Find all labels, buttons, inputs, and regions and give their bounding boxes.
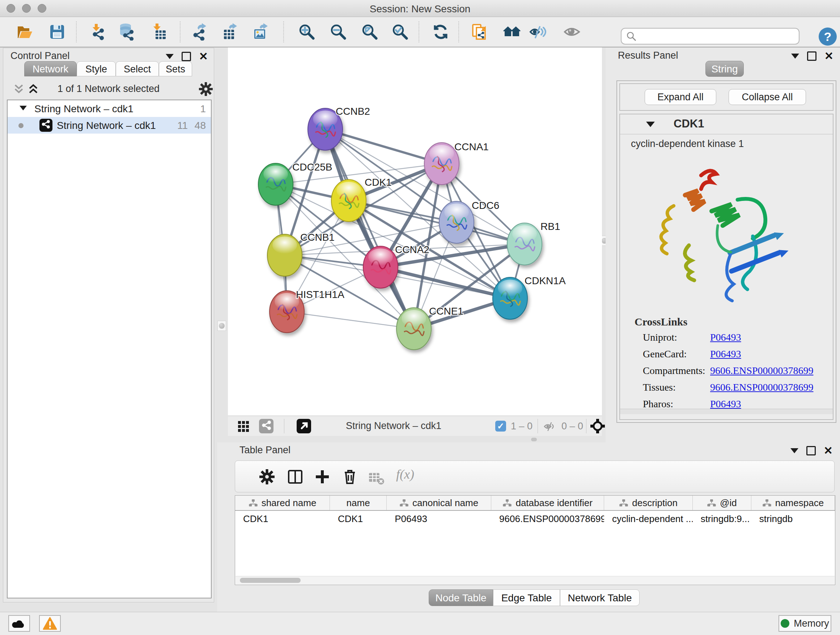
import-table-file-icon[interactable] <box>150 23 168 41</box>
memory-button[interactable]: Memory <box>778 615 831 632</box>
export-table-icon[interactable] <box>221 23 238 41</box>
column-header-canonical-name[interactable]: canonical name <box>387 496 491 510</box>
column-header-name[interactable]: name <box>330 496 387 510</box>
bottom-splitter-handle[interactable] <box>531 438 537 441</box>
table-cell[interactable]: stringdb <box>752 511 835 527</box>
tab-string[interactable]: String <box>706 61 744 77</box>
import-network-database-icon[interactable] <box>118 23 135 41</box>
table-row[interactable]: CDK1CDK1P064939606.ENSP00000378699cyclin… <box>235 511 835 527</box>
crosslink-link[interactable]: 9606.ENSP00000378699 <box>710 365 813 377</box>
network-column-icon <box>707 499 716 507</box>
network-row[interactable]: String Network – cdk1 11 48 <box>8 117 211 134</box>
tab-node-table[interactable]: Node Table <box>429 589 493 606</box>
clone-network-icon[interactable] <box>471 23 488 41</box>
collection-count: 1 <box>200 103 206 115</box>
crosslink-link[interactable]: P06493 <box>710 332 741 343</box>
cloud-status-button[interactable] <box>8 615 30 632</box>
horizontal-scrollbar[interactable] <box>235 576 835 584</box>
network-collection-row[interactable]: String Network – cdk1 1 <box>8 100 211 117</box>
column-header-namespace[interactable]: namespace <box>752 496 835 510</box>
panel-collapse-icon[interactable] <box>166 54 174 59</box>
network-edge[interactable] <box>287 312 414 329</box>
table-body: CDK1CDK1P064939606.ENSP00000378699cyclin… <box>235 511 835 527</box>
panel-float-icon[interactable] <box>806 446 816 455</box>
table-cell[interactable]: CDK1 <box>235 511 330 527</box>
network-node-rb1[interactable] <box>507 223 542 265</box>
network-node-cdkn1a[interactable] <box>493 277 527 319</box>
section-scroll-strip[interactable] <box>620 409 833 414</box>
node-table[interactable]: shared namenamecanonical namedatabase id… <box>235 495 835 585</box>
search-input[interactable] <box>637 30 790 42</box>
network-canvas[interactable]: CCNB2CCNA1CDC25BCDK1CDC6RB1CCNB1CCNA2CDK… <box>228 48 602 416</box>
zoom-out-icon[interactable] <box>330 23 347 41</box>
network-node-ccnb1[interactable] <box>267 234 302 276</box>
table-cell[interactable]: stringdb:9... <box>693 511 752 527</box>
hide-unhide-icon[interactable] <box>529 23 546 41</box>
panel-float-icon[interactable] <box>807 51 816 61</box>
export-image-icon[interactable] <box>252 23 269 41</box>
grid-view-icon[interactable] <box>237 420 249 432</box>
tab-network-table[interactable]: Network Table <box>560 589 639 606</box>
tab-sets[interactable]: Sets <box>159 61 192 76</box>
tree-expander-icon[interactable] <box>19 106 27 111</box>
delete-column-icon[interactable] <box>342 469 358 485</box>
panel-collapse-icon[interactable] <box>791 54 799 59</box>
fit-content-crosshair-icon[interactable] <box>591 419 605 433</box>
help-button[interactable]: ? <box>819 27 837 46</box>
column-header-label: database identifier <box>515 497 592 509</box>
tab-network[interactable]: Network <box>24 61 77 76</box>
tab-edge-table[interactable]: Edge Table <box>493 589 560 606</box>
section-expander-icon[interactable] <box>646 122 655 127</box>
panel-close-icon[interactable]: ✕ <box>199 53 208 60</box>
open-session-icon[interactable] <box>16 23 33 41</box>
selected-checkbox-icon[interactable]: ✓ <box>495 421 506 432</box>
tab-style[interactable]: Style <box>77 61 116 76</box>
column-header-shared-name[interactable]: shared name <box>235 496 330 510</box>
expand-all-button[interactable]: Expand All <box>645 89 716 105</box>
export-network-icon[interactable] <box>190 23 208 41</box>
network-node-ccna2[interactable] <box>363 246 398 288</box>
panel-float-icon[interactable] <box>182 52 191 61</box>
network-node-cdc6[interactable] <box>439 201 474 243</box>
network-node-ccne1[interactable] <box>396 308 431 350</box>
network-node-ccna1[interactable] <box>424 143 459 185</box>
crosslink-link[interactable]: 9606.ENSP00000378699 <box>710 382 813 393</box>
panel-collapse-icon[interactable] <box>790 448 798 453</box>
open-in-window-icon[interactable] <box>297 419 311 433</box>
scrollbar-thumb[interactable] <box>240 578 301 583</box>
table-cell[interactable]: 9606.ENSP00000378699 <box>491 511 604 527</box>
save-session-icon[interactable] <box>49 23 66 41</box>
crosslink-row: Uniprot:P06493 <box>620 332 833 348</box>
gene-name: CDK1 <box>674 117 704 130</box>
panel-close-icon[interactable]: ✕ <box>824 447 833 454</box>
crosslink-link[interactable]: P06493 <box>710 348 741 360</box>
import-network-file-icon[interactable] <box>89 23 106 41</box>
add-column-icon[interactable] <box>314 469 330 485</box>
network-edge[interactable] <box>325 129 442 164</box>
network-icon-button[interactable] <box>259 419 273 433</box>
table-options-gear-icon[interactable] <box>259 469 275 485</box>
show-columns-icon[interactable] <box>287 469 303 485</box>
table-cell[interactable]: P06493 <box>387 511 491 527</box>
table-cell[interactable]: CDK1 <box>330 511 387 527</box>
node-label-cdk1: CDK1 <box>365 177 392 188</box>
home-pair-icon[interactable] <box>503 23 521 41</box>
refresh-icon[interactable] <box>432 23 449 41</box>
network-node-cdc25b[interactable] <box>258 163 293 205</box>
table-cell[interactable]: cyclin-dependent ... <box>604 511 693 527</box>
search-box[interactable] <box>621 28 799 44</box>
network-node-cdk1[interactable] <box>332 180 366 222</box>
zoom-in-icon[interactable] <box>298 23 316 41</box>
zoom-fit-icon[interactable] <box>361 23 378 41</box>
warning-status-button[interactable] <box>39 615 61 632</box>
column-header--id[interactable]: @id <box>693 496 752 510</box>
tab-select[interactable]: Select <box>116 61 159 76</box>
left-splitter-handle[interactable] <box>218 321 226 331</box>
collapse-all-button[interactable]: Collapse All <box>729 89 806 105</box>
zoom-selected-icon[interactable] <box>392 23 409 41</box>
column-header-database-identifier[interactable]: database identifier <box>491 496 604 510</box>
network-options-gear-icon[interactable] <box>199 82 213 96</box>
crosslink-link[interactable]: P06493 <box>710 398 741 410</box>
column-header-description[interactable]: description <box>604 496 693 510</box>
panel-close-icon[interactable]: ✕ <box>824 52 834 60</box>
